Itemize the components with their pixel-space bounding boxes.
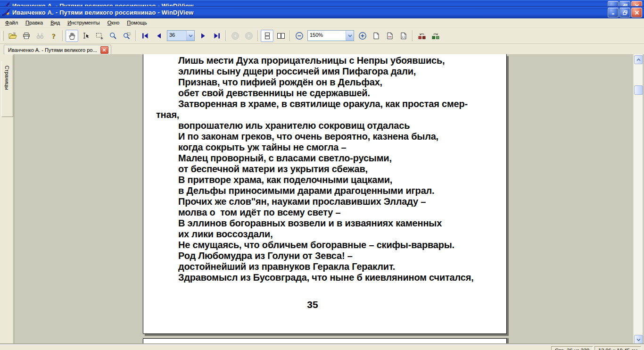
text-line: В эллинов богоравных возвели и в изваяни… — [143, 218, 506, 229]
text-line: тная, — [143, 109, 506, 120]
facing-pages-icon — [277, 32, 285, 40]
restore-button[interactable] — [619, 8, 630, 17]
toolbar-grip — [1, 31, 4, 41]
next-page-preview — [143, 338, 507, 345]
status-bar: Стр. 36 из 330 13,96 x 19,45 см — [0, 344, 644, 350]
window-title: Иванченко А. - Путями великого россиянин… — [12, 2, 608, 7]
text-line: Затворенная в храме, в святилище оракула… — [143, 99, 506, 109]
text-line: от беспечной матери из укрытия сбежав, — [143, 164, 506, 175]
rect-select-icon — [96, 32, 103, 40]
zoom-rect-button[interactable] — [120, 30, 133, 42]
scroll-thumb[interactable] — [634, 85, 643, 95]
page-text: Лишь мести Духа прорицательницы с Непры … — [143, 55, 506, 283]
vertical-scrollbar[interactable] — [633, 54, 643, 345]
hand-icon — [68, 32, 76, 40]
rotate-right-icon — [431, 32, 440, 40]
menu-bar: ФайлПравкаВидИнструментыОкноПомощь — [0, 18, 644, 28]
print-button[interactable] — [20, 30, 33, 42]
text-line: когда сокрыть уж тайны не смогла – — [143, 142, 506, 153]
first-page-icon — [141, 32, 149, 40]
first-page-button[interactable] — [139, 30, 151, 42]
facing-pages-button[interactable] — [274, 30, 287, 42]
help-button[interactable]: ? — [47, 30, 60, 42]
restore-button[interactable] — [619, 1, 630, 7]
last-page-button[interactable] — [210, 30, 223, 42]
document-tab-label: Иванченко А. - Путями великого ро... — [8, 47, 97, 53]
text-select-icon — [82, 32, 90, 40]
minimize-button[interactable] — [608, 1, 619, 7]
rotate-left-icon — [418, 32, 426, 40]
text-line: Род Любомудра из Голуни от Зевса! – — [143, 250, 506, 261]
window-title: Иванченко А. - Путями великого россиянин… — [12, 9, 608, 16]
zoom-out-icon — [295, 32, 304, 40]
windjview-logo-icon — [2, 8, 10, 17]
text-line: И по законам греков, что очень вероятно,… — [143, 131, 506, 142]
zoom-in-button[interactable] — [356, 30, 369, 42]
document-page: Лишь мести Духа прорицательницы с Непры … — [143, 54, 507, 334]
sidebar: Страницы — [0, 54, 14, 345]
single-page-icon — [263, 32, 272, 40]
page-number-combo[interactable]: 36 — [167, 30, 195, 41]
menu-item[interactable]: Инструменты — [64, 19, 104, 27]
status-size-info: 13,96 x 19,45 см — [594, 346, 641, 350]
text-line: вопрошателю иль хранителю сокровищ отдал… — [143, 120, 506, 131]
zoom-tool-button[interactable] — [107, 30, 119, 42]
scroll-up-button[interactable] — [634, 55, 643, 64]
text-line: эллины сыну дщери россичей имя Пифагора … — [143, 66, 506, 77]
zoom-in-icon — [358, 32, 367, 40]
document-tab[interactable]: Иванченко А. - Путями великого ро... — [4, 45, 111, 55]
select-text-button[interactable] — [79, 30, 92, 42]
text-line: Признав, что пифией рождён он в Дельфах, — [143, 77, 506, 88]
next-page-button[interactable] — [197, 30, 209, 42]
toolbar-separator — [225, 30, 226, 41]
actual-size-button[interactable]: 1:1 — [397, 30, 410, 42]
pan-tool-button[interactable] — [66, 30, 78, 42]
text-line: обет свой девственницы не сдержавшей. — [143, 88, 506, 99]
fit-width-button[interactable] — [383, 30, 396, 42]
text-line: Не смущаясь, что обличьем богоравные – с… — [143, 240, 506, 250]
toolbar-separator — [62, 30, 63, 41]
menu-item[interactable]: Вид — [47, 19, 64, 27]
chevron-down-icon[interactable] — [186, 31, 194, 41]
close-button[interactable] — [631, 1, 642, 7]
menu-item[interactable]: Правка — [22, 19, 47, 27]
text-line: молва о том идёт по всему свету – — [143, 207, 506, 218]
text-line: достойнейший из правнуков Геракла Геракл… — [143, 261, 506, 272]
viewer[interactable]: Лишь мести Духа прорицательницы с Непры … — [14, 54, 634, 345]
previous-page-button[interactable] — [152, 30, 165, 42]
open-button[interactable] — [6, 30, 19, 42]
find-button — [33, 30, 46, 42]
binoculars-icon — [36, 32, 44, 40]
menu-item[interactable]: Помощь — [123, 19, 151, 27]
zoom-out-button[interactable] — [293, 30, 305, 42]
menu-item[interactable]: Файл — [1, 19, 22, 27]
rotate-left-button[interactable] — [415, 30, 428, 42]
tab-close-button[interactable] — [100, 46, 108, 54]
toolbar-separator — [412, 30, 413, 41]
close-button[interactable] — [631, 8, 642, 17]
text-line: их лики воссоздали, — [143, 229, 506, 240]
printer-icon — [23, 32, 30, 40]
next-page-icon — [199, 32, 207, 40]
text-line: в Дельфы приносимыми дарами драгоценными… — [143, 185, 506, 196]
select-rect-button[interactable] — [93, 30, 106, 42]
fit-page-button[interactable] — [370, 30, 382, 42]
titlebar: Иванченко А. - Путями великого россиянин… — [0, 7, 644, 18]
chevron-down-icon[interactable] — [346, 31, 354, 41]
menu-item[interactable]: Окно — [104, 19, 124, 27]
forward-icon — [245, 32, 253, 40]
single-page-layout-button[interactable] — [261, 30, 273, 42]
sidebar-tab-pages[interactable]: Страницы — [1, 55, 13, 117]
magnifier-icon — [109, 32, 117, 40]
minimize-button[interactable] — [608, 8, 619, 17]
scroll-down-button[interactable] — [634, 335, 643, 344]
actual-size-icon: 1:1 — [400, 32, 407, 40]
svg-text:1:1: 1:1 — [402, 35, 405, 38]
rotate-right-button[interactable] — [429, 30, 442, 42]
toolbar-separator — [257, 30, 258, 41]
windjview-logo-icon — [2, 2, 10, 7]
zoom-combo[interactable]: 150% — [307, 30, 354, 41]
text-line: В притворе храма, как поделочными цацкам… — [143, 175, 506, 185]
toolbar-separator — [289, 30, 290, 41]
prev-page-icon — [155, 32, 163, 40]
